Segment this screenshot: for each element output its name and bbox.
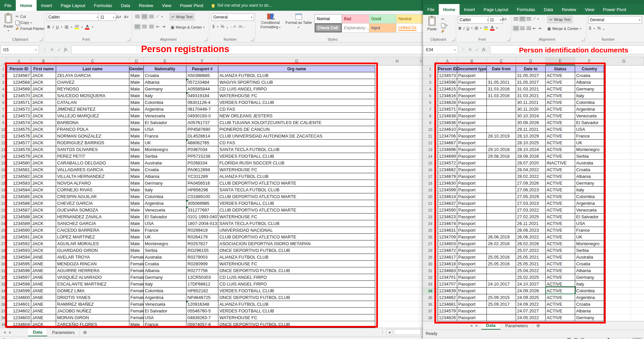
row-header-2[interactable]: 2 [423, 72, 438, 79]
cell[interactable]: 1234630 [438, 180, 457, 187]
cell[interactable]: 06301126-4 [186, 99, 218, 106]
cell[interactable]: MENDOZA RINCAN [56, 261, 129, 267]
cell[interactable]: Male [129, 146, 144, 153]
cell[interactable] [487, 72, 516, 79]
cell-style-input[interactable]: Input [369, 24, 396, 32]
cell[interactable]: 1234591 [7, 234, 31, 240]
empty-cells[interactable] [375, 153, 423, 160]
cell[interactable]: GUEVARA SOMOZA [56, 207, 129, 214]
cell[interactable]: Male [129, 321, 144, 328]
cell[interactable]: JANE [31, 314, 56, 321]
align-left-icon[interactable] [135, 25, 140, 29]
cell[interactable]: R0277756 [186, 267, 218, 274]
tab-power-pivot[interactable]: Power Pivot [176, 0, 208, 11]
cell[interactable]: WATERHOUSE FC [218, 92, 375, 99]
cell[interactable]: 26.06.2019 [487, 234, 516, 240]
wrap-text-button[interactable]: ↵ Wrap Text [547, 16, 572, 23]
font-family-combo[interactable]: Calibri▾ [458, 16, 490, 24]
cell[interactable]: 1234638 [438, 113, 457, 119]
cell[interactable]: 1234603 [7, 314, 31, 321]
wrap-text-button[interactable]: ↵ Wrap Text [169, 13, 195, 21]
cell[interactable]: Italy [144, 187, 186, 193]
cell[interactable]: 30.11.2020 [516, 106, 546, 113]
cell[interactable]: 1234617 [438, 254, 457, 261]
cell[interactable]: Passport [457, 79, 487, 86]
column-header-A[interactable]: A [7, 57, 31, 65]
cell[interactable]: JACK [31, 193, 56, 200]
row-header-34[interactable]: 34 [423, 288, 438, 294]
cell[interactable]: Australia [575, 160, 604, 166]
cell[interactable]: HP656296 [186, 187, 218, 193]
cell[interactable]: 1234571 [438, 106, 457, 113]
cell[interactable]: 1234595 [7, 261, 31, 267]
cell[interactable]: 1234589 [7, 220, 31, 227]
cell[interactable]: 1234598 [7, 281, 31, 288]
cell[interactable]: 1234667 [438, 140, 457, 146]
cell[interactable]: ACTIVE [546, 314, 575, 321]
sheet-tab-data[interactable]: Data [481, 322, 501, 330]
cell[interactable]: JANE [31, 267, 56, 274]
cell[interactable]: 24.09.2026 [516, 288, 546, 294]
row-header-20[interactable]: 20 [423, 193, 438, 200]
cell[interactable]: Passport [457, 281, 487, 288]
cell[interactable]: Passport [457, 261, 487, 267]
empty-cells[interactable] [375, 193, 423, 200]
cell[interactable]: CD FAS [218, 106, 375, 113]
cell[interactable]: 28.10.2029 [516, 133, 546, 140]
empty-cells[interactable] [604, 308, 644, 314]
cell[interactable]: R0257827 [186, 240, 218, 247]
cell[interactable]: Albania [575, 79, 604, 86]
cell[interactable]: Female [129, 288, 144, 294]
cell[interactable]: Male [129, 119, 144, 126]
cell[interactable]: JACK [31, 126, 56, 133]
row-header-2[interactable]: 2 [0, 72, 7, 79]
tab-formulas[interactable]: Formulas [90, 0, 117, 11]
header-cell[interactable]: Gender [129, 66, 144, 72]
row-header-16[interactable]: 16 [0, 166, 7, 173]
cell[interactable]: 25.09.2017 [487, 301, 516, 308]
cell[interactable]: ACTIVE [546, 153, 575, 160]
cell[interactable]: Male [129, 207, 144, 214]
cell[interactable]: Male [129, 193, 144, 200]
cell[interactable]: ACTIVE [546, 220, 575, 227]
cell[interactable] [487, 200, 516, 207]
cell[interactable]: 1234576 [7, 133, 31, 140]
empty-cells[interactable] [375, 314, 423, 321]
row-header-10[interactable]: 10 [423, 126, 438, 133]
row-header-28[interactable]: 28 [0, 247, 7, 254]
cell[interactable]: Passport [457, 126, 487, 133]
percent-button[interactable]: % [597, 26, 601, 31]
align-center-icon[interactable] [520, 27, 525, 30]
cell[interactable]: CD FAS [218, 140, 375, 146]
cell[interactable]: JACK [31, 92, 56, 99]
cell[interactable]: RO296155 [186, 247, 218, 254]
cell[interactable]: 25.02.2025 [516, 274, 546, 281]
tab-page-layout[interactable]: Page Layout [56, 0, 90, 11]
cell[interactable] [487, 314, 516, 321]
cell[interactable]: 1234584 [7, 187, 31, 193]
cell[interactable]: 1234682 [438, 166, 457, 173]
clipboard-dialog-launcher[interactable] [40, 38, 43, 41]
cell[interactable]: Venezuela [575, 207, 604, 214]
cell[interactable]: PA0456516 [186, 180, 218, 187]
cell[interactable]: ONCE DEPORTIVO FUTBOL CLUB [218, 247, 375, 254]
cell[interactable] [487, 119, 516, 126]
cell[interactable]: ACTIVE [546, 113, 575, 119]
cell[interactable] [487, 227, 516, 234]
empty-cells[interactable] [604, 146, 644, 153]
sheet-tab-parameters[interactable]: Parameters [47, 328, 80, 336]
font-dialog-launcher[interactable] [507, 38, 510, 41]
column-header-C[interactable]: C [487, 57, 516, 65]
row-header-3[interactable]: 3 [423, 79, 438, 86]
cell[interactable]: 1234590 [7, 227, 31, 234]
empty-cells[interactable] [604, 207, 644, 214]
cell[interactable]: Male [129, 153, 144, 160]
cell[interactable]: ACTIVE [546, 119, 575, 126]
cell[interactable]: ESCALANTE MARTINEZ [56, 281, 129, 288]
cell[interactable]: 25.07.2022 [516, 247, 546, 254]
cell[interactable]: Germany [575, 180, 604, 187]
cell[interactable]: ACTIVE [546, 294, 575, 301]
cell[interactable]: Male [129, 234, 144, 240]
cell[interactable]: France [144, 133, 186, 140]
cell[interactable]: Albania [575, 173, 604, 180]
